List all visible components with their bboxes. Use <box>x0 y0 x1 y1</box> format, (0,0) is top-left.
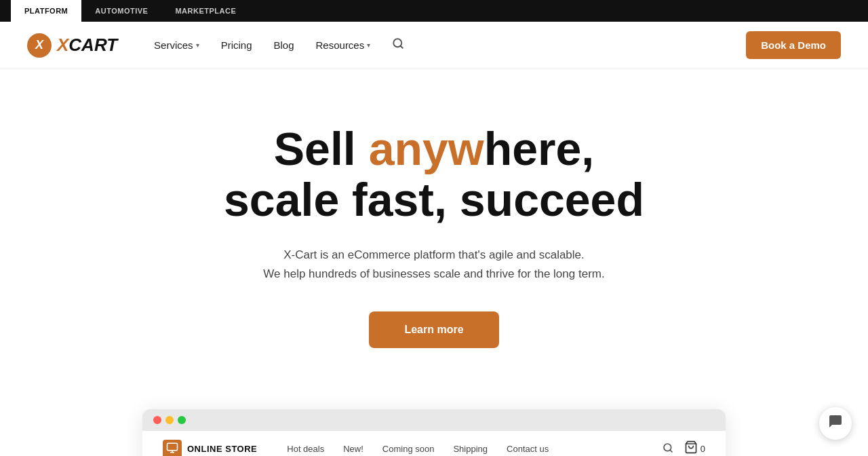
logo-x: X <box>57 35 68 56</box>
nav-link-services[interactable]: Services ▾ <box>144 34 209 56</box>
logo-cart: CART <box>68 35 117 56</box>
top-bar-automotive[interactable]: AUTOMOTIVE <box>81 0 161 22</box>
logo-icon-letter: X <box>35 38 43 52</box>
browser-chrome <box>142 409 726 431</box>
learn-more-button[interactable]: Learn more <box>369 311 498 348</box>
hero-subtext-line1: X-Cart is an eCommerce platform that's a… <box>283 248 585 261</box>
hero-subtext-line2: We help hundreds of businesses scale and… <box>263 267 604 280</box>
svg-line-4 <box>670 450 672 452</box>
store-logo[interactable]: ONLINE STORE <box>163 440 257 456</box>
logo[interactable]: X X CART <box>27 33 117 58</box>
top-bar: PLATFORM AUTOMOTIVE MARKETPLACE <box>0 0 868 22</box>
store-nav: ONLINE STORE Hot deals New! Coming soon … <box>142 431 726 456</box>
cart-icon <box>684 440 698 456</box>
store-name: ONLINE STORE <box>187 444 257 454</box>
svg-rect-2 <box>167 444 178 451</box>
store-nav-right: 0 <box>663 440 705 456</box>
hero-heading-anyw: anyw <box>369 123 484 174</box>
nav-link-resources[interactable]: Resources ▾ <box>307 34 380 56</box>
top-bar-platform[interactable]: PLATFORM <box>11 0 81 22</box>
store-nav-hot-deals[interactable]: Hot deals <box>277 444 334 454</box>
hero-heading: Sell anywhere, scale fast, succeed <box>156 124 712 225</box>
store-cart[interactable]: 0 <box>684 440 705 456</box>
store-logo-icon <box>163 440 182 456</box>
logo-icon: X <box>27 33 52 58</box>
book-demo-button[interactable]: Book a Demo <box>746 31 841 59</box>
chevron-down-icon: ▾ <box>196 41 199 49</box>
search-icon[interactable] <box>382 32 414 58</box>
store-nav-new[interactable]: New! <box>334 444 373 454</box>
browser-dot-yellow <box>165 416 174 424</box>
store-nav-coming-soon[interactable]: Coming soon <box>373 444 444 454</box>
hero-subtext: X-Cart is an eCommerce platform that's a… <box>156 246 712 285</box>
browser-dot-green <box>178 416 186 424</box>
store-nav-shipping[interactable]: Shipping <box>443 444 497 454</box>
store-logo-letter <box>166 442 178 456</box>
hero-heading-sell: Sell <box>274 123 369 174</box>
svg-line-1 <box>401 45 403 48</box>
chat-icon <box>827 413 844 434</box>
store-search-icon[interactable] <box>663 442 673 456</box>
store-nav-contact[interactable]: Contact us <box>497 444 558 454</box>
store-preview: ONLINE STORE Hot deals New! Coming soon … <box>142 409 726 456</box>
nav-links: Services ▾ Pricing Blog Resources ▾ <box>144 32 746 58</box>
nav-link-blog[interactable]: Blog <box>264 34 303 56</box>
top-bar-marketplace[interactable]: MARKETPLACE <box>161 0 250 22</box>
hero-heading-line2: scale fast, succeed <box>224 174 644 225</box>
cart-count: 0 <box>701 444 705 454</box>
nav-link-pricing[interactable]: Pricing <box>212 34 262 56</box>
nav-right: Book a Demo <box>746 31 841 59</box>
hero-heading-here: here, <box>484 123 595 174</box>
browser-dot-red <box>153 416 161 424</box>
main-nav: X X CART Services ▾ Pricing Blog Resourc… <box>0 22 868 69</box>
chat-widget[interactable] <box>819 407 852 440</box>
store-nav-links: Hot deals New! Coming soon Shipping Cont… <box>277 444 662 454</box>
chevron-down-icon-resources: ▾ <box>367 41 370 49</box>
hero-section: Sell anywhere, scale fast, succeed X-Car… <box>129 69 739 382</box>
